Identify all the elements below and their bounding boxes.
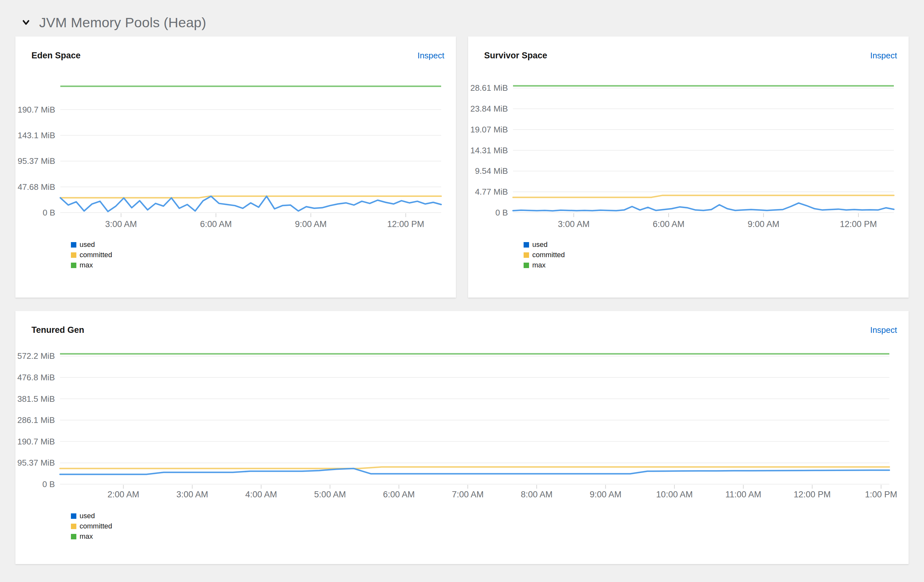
committed-line — [60, 467, 889, 469]
y-axis-tick-label: 0 B — [43, 208, 55, 217]
inspect-link-survivor-space[interactable]: Inspect — [870, 50, 897, 61]
card-header: Tenured Gen Inspect — [15, 311, 909, 335]
x-axis-tick-label: 6:00 AM — [200, 219, 232, 229]
legend-swatch-max — [524, 263, 529, 268]
legend-item-max: max — [71, 260, 456, 270]
legend-item-used: used — [71, 511, 909, 521]
legend-item-used: used — [71, 240, 456, 250]
card-header: Survivor Space Inspect — [468, 36, 909, 61]
chart-title-tenured-gen: Tenured Gen — [31, 324, 84, 335]
card-tenured-gen: Tenured Gen Inspect 0 B95.37 MiB190.7 Mi… — [15, 311, 909, 564]
eden-space-legend: usedcommittedmax — [15, 240, 456, 270]
inspect-link-eden-space[interactable]: Inspect — [417, 50, 444, 61]
card-header: Eden Space Inspect — [15, 36, 456, 61]
x-axis-tick-label: 3:00 AM — [105, 219, 137, 229]
y-axis-tick-label: 476.8 MiB — [17, 373, 55, 382]
legend-label-committed: committed — [79, 522, 112, 530]
section-collapse-button[interactable] — [21, 17, 31, 28]
eden-space-chart: 0 B47.68 MiB95.37 MiB143.1 MiB190.7 MiB3… — [15, 75, 456, 229]
y-axis-tick-label: 190.7 MiB — [17, 437, 55, 446]
x-axis-tick-label: 6:00 AM — [383, 490, 415, 499]
y-axis-tick-label: 0 B — [42, 479, 55, 489]
committed-line — [60, 196, 441, 198]
y-axis-tick-label: 4.77 MiB — [475, 187, 508, 197]
legend-label-committed: committed — [532, 251, 565, 259]
x-axis-tick-label: 11:00 AM — [725, 490, 761, 499]
y-axis-tick-label: 286.1 MiB — [17, 415, 55, 425]
y-axis-tick-label: 28.61 MiB — [470, 83, 508, 93]
legend-label-max: max — [79, 532, 93, 541]
y-axis-tick-label: 143.1 MiB — [18, 130, 55, 140]
x-axis-tick-label: 9:00 AM — [590, 490, 622, 499]
y-axis-tick-label: 0 B — [495, 208, 508, 217]
section-title: JVM Memory Pools (Heap) — [39, 15, 206, 30]
used-line — [513, 203, 894, 210]
x-axis-tick-label: 9:00 AM — [295, 219, 327, 229]
survivor-space-legend: usedcommittedmax — [468, 240, 909, 270]
legend-item-committed: committed — [71, 521, 909, 531]
y-axis-tick-label: 95.37 MiB — [18, 156, 55, 166]
dashboard-page: JVM Memory Pools (Heap) Eden Space Inspe… — [0, 0, 924, 582]
survivor-space-chart: 0 B4.77 MiB9.54 MiB14.31 MiB19.07 MiB23.… — [468, 75, 909, 229]
legend-swatch-committed — [524, 252, 529, 258]
x-axis-tick-label: 1:00 PM — [865, 490, 898, 499]
charts-row-bottom: Tenured Gen Inspect 0 B95.37 MiB190.7 Mi… — [15, 311, 909, 564]
y-axis-tick-label: 381.5 MiB — [17, 394, 55, 404]
tenured-gen-chart: 0 B95.37 MiB190.7 MiB286.1 MiB381.5 MiB4… — [15, 350, 909, 500]
x-axis-tick-label: 6:00 AM — [653, 219, 685, 229]
y-axis-tick-label: 9.54 MiB — [475, 166, 508, 176]
legend-item-max: max — [524, 260, 909, 270]
legend-swatch-used — [524, 242, 529, 248]
x-axis-tick-label: 3:00 AM — [177, 490, 208, 499]
x-axis-tick-label: 10:00 AM — [656, 490, 693, 499]
inspect-link-tenured-gen[interactable]: Inspect — [870, 324, 897, 335]
x-axis-tick-label: 12:00 PM — [840, 219, 877, 229]
y-axis-tick-label: 47.68 MiB — [18, 182, 55, 192]
legend-item-used: used — [524, 240, 909, 250]
y-axis-tick-label: 23.84 MiB — [470, 104, 508, 113]
x-axis-tick-label: 4:00 AM — [245, 490, 277, 499]
legend-label-committed: committed — [79, 251, 112, 259]
x-axis-tick-label: 2:00 AM — [107, 490, 139, 499]
card-survivor-space: Survivor Space Inspect 0 B4.77 MiB9.54 M… — [468, 36, 909, 298]
y-axis-tick-label: 14.31 MiB — [470, 146, 508, 155]
legend-label-used: used — [79, 240, 95, 249]
legend-item-committed: committed — [71, 250, 456, 260]
card-eden-space: Eden Space Inspect 0 B47.68 MiB95.37 MiB… — [15, 36, 456, 298]
y-axis-tick-label: 190.7 MiB — [18, 105, 55, 115]
legend-swatch-committed — [71, 524, 76, 529]
charts-row-top: Eden Space Inspect 0 B47.68 MiB95.37 MiB… — [15, 36, 909, 298]
used-line — [60, 196, 441, 212]
legend-label-max: max — [79, 261, 93, 270]
used-line — [60, 469, 889, 474]
legend-swatch-max — [71, 534, 76, 539]
y-axis-tick-label: 572.2 MiB — [17, 351, 55, 361]
legend-item-max: max — [71, 531, 909, 542]
x-axis-tick-label: 5:00 AM — [314, 490, 346, 499]
legend-swatch-committed — [71, 252, 76, 258]
legend-label-used: used — [79, 512, 95, 520]
tenured-gen-legend: usedcommittedmax — [15, 511, 909, 542]
legend-swatch-used — [71, 513, 76, 519]
chart-title-eden-space: Eden Space — [31, 50, 81, 61]
legend-label-used: used — [532, 240, 548, 249]
x-axis-tick-label: 7:00 AM — [452, 490, 483, 499]
x-axis-tick-label: 9:00 AM — [747, 219, 779, 229]
x-axis-tick-label: 8:00 AM — [521, 490, 553, 499]
legend-label-max: max — [532, 261, 546, 270]
x-axis-tick-label: 3:00 AM — [558, 219, 590, 229]
chart-title-survivor-space: Survivor Space — [484, 50, 547, 61]
legend-swatch-max — [71, 263, 76, 268]
x-axis-tick-label: 12:00 PM — [794, 490, 831, 499]
chevron-down-icon — [21, 18, 31, 27]
y-axis-tick-label: 95.37 MiB — [17, 458, 55, 467]
committed-line — [513, 195, 894, 197]
legend-item-committed: committed — [524, 250, 909, 260]
section-header-jvm-memory-pools: JVM Memory Pools (Heap) — [15, 13, 909, 32]
x-axis-tick-label: 12:00 PM — [387, 219, 424, 229]
legend-swatch-used — [71, 242, 76, 248]
y-axis-tick-label: 19.07 MiB — [470, 125, 508, 134]
